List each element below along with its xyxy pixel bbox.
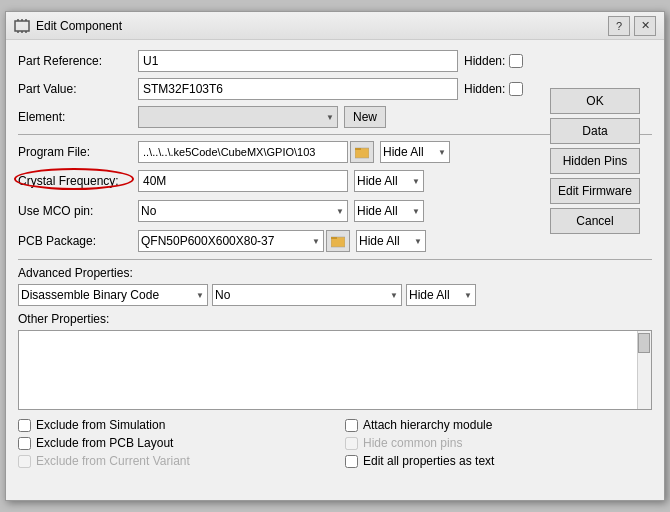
exclude-variant-label: Exclude from Current Variant <box>36 454 190 468</box>
advanced-select-1[interactable]: Disassemble Binary Code <box>18 284 208 306</box>
attach-hierarchy-label: Attach hierarchy module <box>363 418 492 432</box>
exclude-simulation-item: Exclude from Simulation <box>18 418 325 432</box>
other-props-label: Other Properties: <box>18 312 652 326</box>
scrollbar-thumb <box>638 333 650 353</box>
hidden-label-2: Hidden: <box>464 82 505 96</box>
exclude-pcb-item: Exclude from PCB Layout <box>18 436 325 450</box>
element-select[interactable] <box>138 106 338 128</box>
part-value-label: Part Value: <box>18 82 138 96</box>
element-label: Element: <box>18 110 138 124</box>
pcb-hide-select[interactable]: Hide All Show All <box>356 230 426 252</box>
ok-button[interactable]: OK <box>550 88 640 114</box>
other-props-wrapper <box>18 330 652 410</box>
content-wrapper: OK Data Hidden Pins Edit Firmware Cancel… <box>18 50 652 468</box>
part-reference-input[interactable] <box>138 50 458 72</box>
exclude-variant-item: Exclude from Current Variant <box>18 454 325 468</box>
part-value-input[interactable] <box>138 78 458 100</box>
svg-rect-8 <box>355 148 361 150</box>
hidden-checkbox-1[interactable] <box>509 54 523 68</box>
help-button[interactable]: ? <box>608 16 630 36</box>
new-button[interactable]: New <box>344 106 386 128</box>
part-reference-row: Part Reference: Hidden: <box>18 50 652 72</box>
program-file-label: Program File: <box>18 145 138 159</box>
hide-common-pins-checkbox <box>345 437 358 450</box>
folder-icon <box>355 145 369 159</box>
edit-all-props-item: Edit all properties as text <box>345 454 652 468</box>
pcb-icon <box>331 234 345 248</box>
use-mco-label: Use MCO pin: <box>18 204 138 218</box>
component-icon <box>14 18 30 34</box>
right-buttons-panel: OK Data Hidden Pins Edit Firmware Cancel <box>550 88 640 234</box>
attach-hierarchy-checkbox[interactable] <box>345 419 358 432</box>
hidden-label-1: Hidden: <box>464 54 505 68</box>
crystal-freq-input[interactable] <box>138 170 348 192</box>
mco-hide-wrapper: Hide All Show All <box>354 200 424 222</box>
other-props-textarea[interactable] <box>19 331 637 409</box>
scrollbar-track <box>637 331 651 409</box>
pcb-package-select[interactable]: QFN50P600X600X80-37 <box>138 230 324 252</box>
title-bar-left: Edit Component <box>14 18 122 34</box>
dialog-title: Edit Component <box>36 19 122 33</box>
edit-all-props-label: Edit all properties as text <box>363 454 494 468</box>
attach-hierarchy-item: Attach hierarchy module <box>345 418 652 432</box>
advanced-select1-wrapper: Disassemble Binary Code <box>18 284 208 306</box>
element-select-wrapper <box>138 106 338 128</box>
pcb-package-label: PCB Package: <box>18 234 138 248</box>
program-hide-wrapper: Hide All Show All <box>380 141 450 163</box>
window-close-button[interactable]: ✕ <box>634 16 656 36</box>
edit-firmware-button[interactable]: Edit Firmware <box>550 178 640 204</box>
advanced-props-label: Advanced Properties: <box>18 266 652 280</box>
cancel-button[interactable]: Cancel <box>550 208 640 234</box>
dialog-body: OK Data Hidden Pins Edit Firmware Cancel… <box>6 40 664 478</box>
edit-component-dialog: Edit Component ? ✕ OK Data Hidden Pins E… <box>5 11 665 501</box>
exclude-simulation-checkbox[interactable] <box>18 419 31 432</box>
program-file-browse-button[interactable] <box>350 141 374 163</box>
crystal-freq-label: Crystal Frequency: <box>18 174 138 188</box>
hidden-checkbox-2[interactable] <box>509 82 523 96</box>
use-mco-select[interactable]: No Yes <box>138 200 348 222</box>
edit-all-props-checkbox[interactable] <box>345 455 358 468</box>
svg-rect-10 <box>331 237 337 239</box>
title-bar: Edit Component ? ✕ <box>6 12 664 40</box>
svg-rect-0 <box>15 21 29 31</box>
advanced-props-row: Disassemble Binary Code No Yes Hide All … <box>18 284 652 306</box>
mco-hide-select[interactable]: Hide All Show All <box>354 200 424 222</box>
pcb-package-browse-button[interactable] <box>326 230 350 252</box>
title-bar-controls: ? ✕ <box>608 16 656 36</box>
separator-2 <box>18 259 652 260</box>
part-reference-label: Part Reference: <box>18 54 138 68</box>
exclude-pcb-checkbox[interactable] <box>18 437 31 450</box>
pcb-hide-wrapper: Hide All Show All <box>356 230 426 252</box>
advanced-hide-select[interactable]: Hide All Show All <box>406 284 476 306</box>
data-button[interactable]: Data <box>550 118 640 144</box>
exclude-simulation-label: Exclude from Simulation <box>36 418 165 432</box>
crystal-hide-wrapper: Hide All Show All <box>354 170 424 192</box>
use-mco-select-wrapper: No Yes <box>138 200 348 222</box>
program-hide-select[interactable]: Hide All Show All <box>380 141 450 163</box>
exclude-variant-checkbox <box>18 455 31 468</box>
crystal-hide-select[interactable]: Hide All Show All <box>354 170 424 192</box>
exclude-pcb-label: Exclude from PCB Layout <box>36 436 173 450</box>
advanced-select-2[interactable]: No Yes <box>212 284 402 306</box>
checkboxes-section: Exclude from Simulation Attach hierarchy… <box>18 418 652 468</box>
advanced-select3-wrapper: Hide All Show All <box>406 284 476 306</box>
pcb-package-select-wrapper: QFN50P600X600X80-37 <box>138 230 324 252</box>
hide-common-pins-label: Hide common pins <box>363 436 462 450</box>
hidden-pins-button[interactable]: Hidden Pins <box>550 148 640 174</box>
program-file-input[interactable] <box>138 141 348 163</box>
hide-common-pins-item: Hide common pins <box>345 436 652 450</box>
advanced-select2-wrapper: No Yes <box>212 284 402 306</box>
